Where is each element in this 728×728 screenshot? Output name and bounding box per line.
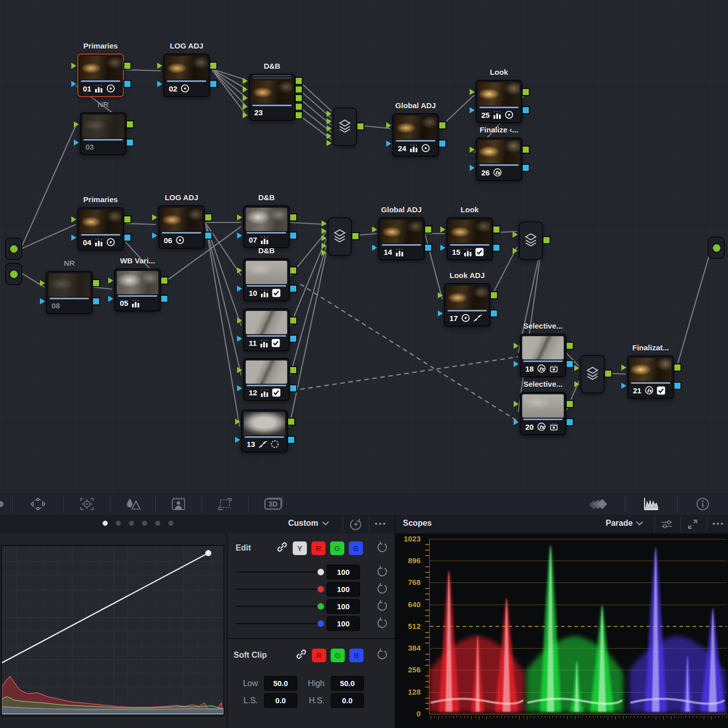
source-node-1[interactable]	[5, 238, 22, 260]
layer-mixer-node[interactable]	[333, 108, 357, 146]
curve-mode-dropdown[interactable]: Custom	[288, 519, 330, 528]
node-graph-canvas[interactable]: Primaries01LOG ADJ02NR03D&B23Global ADJ2…	[0, 0, 728, 493]
slider-knob[interactable]	[317, 586, 324, 593]
slider-reset-button[interactable]	[376, 617, 388, 631]
node-26[interactable]: 26fx	[476, 138, 522, 181]
slider-value-g[interactable]: 100	[327, 599, 360, 614]
node-thumbnail	[381, 220, 422, 243]
channel-r-button[interactable]: R	[311, 541, 326, 555]
slider-reset-button[interactable]	[376, 565, 388, 579]
slider-value-r[interactable]: 100	[327, 582, 360, 597]
channel-y-button[interactable]: Y	[293, 541, 307, 555]
layer-mixer-node[interactable]	[519, 221, 543, 260]
rgb-input-port	[71, 216, 76, 222]
edit-reset-button[interactable]	[376, 541, 388, 555]
node-06[interactable]: 06	[158, 205, 205, 249]
page-dot-2[interactable]	[116, 521, 121, 526]
node-21[interactable]: 21fx	[627, 355, 674, 399]
node-13[interactable]: 13	[241, 410, 288, 452]
slider-g[interactable]	[236, 603, 320, 610]
tracker-icon[interactable]	[64, 495, 110, 513]
scope-expand-button[interactable]	[687, 518, 699, 530]
3d-icon[interactable]: 3D	[249, 495, 297, 513]
keyframes-icon[interactable]	[572, 495, 625, 513]
node-10[interactable]: 10	[243, 258, 290, 301]
node-25[interactable]: 25	[476, 80, 522, 123]
slider-reset-button[interactable]	[376, 600, 388, 614]
slider-knob[interactable]	[317, 569, 324, 575]
node-14[interactable]: 14	[378, 217, 425, 260]
node-18[interactable]: 18fx	[520, 334, 566, 377]
node-02[interactable]: 02	[163, 54, 210, 97]
page-dot-4[interactable]	[142, 521, 147, 526]
node-17[interactable]: 17	[444, 283, 490, 327]
channel-g-button[interactable]: G	[330, 541, 344, 555]
slider-y[interactable]	[236, 569, 320, 575]
layer-mixer-node[interactable]	[580, 355, 605, 393]
slider-value-b[interactable]: 100	[327, 616, 360, 631]
scope-settings-button[interactable]	[660, 518, 673, 530]
node-number: 15	[452, 248, 461, 256]
layer-mixer-node[interactable]	[328, 217, 352, 256]
section-divider	[228, 638, 394, 639]
node-05[interactable]: 05	[114, 268, 161, 311]
softclip-g-button[interactable]: G	[331, 649, 345, 662]
page-dot-1[interactable]	[103, 521, 108, 526]
node-number: 01	[83, 84, 92, 93]
magic-mask-icon[interactable]	[156, 495, 201, 513]
node-04[interactable]: 04	[77, 207, 124, 251]
node-01[interactable]: 01	[77, 54, 124, 97]
scopes-icon[interactable]	[625, 495, 677, 513]
scope-type-dropdown[interactable]: Parade	[606, 519, 644, 528]
field-value-hs[interactable]: 0.0	[331, 693, 364, 708]
page-dot-6[interactable]	[168, 521, 173, 526]
softclip-b-button[interactable]: B	[349, 649, 363, 662]
node-15[interactable]: 15	[446, 217, 493, 260]
softclip-r-button[interactable]: R	[312, 649, 326, 662]
rgb-output-port	[522, 88, 530, 96]
check-icon	[657, 386, 665, 395]
parade-scope[interactable]: 10238967686405123842561280	[395, 534, 728, 728]
rgb-output-port	[126, 120, 134, 128]
node-number: 26	[481, 168, 490, 177]
page-dots[interactable]	[103, 521, 173, 526]
page-dot-5[interactable]	[155, 521, 160, 526]
node-24[interactable]: 24	[392, 113, 439, 157]
field-value-high[interactable]: 50.0	[331, 676, 364, 691]
curve-endpoint-handle[interactable]	[205, 550, 211, 556]
channel-b-button[interactable]: B	[349, 541, 363, 555]
slider-r[interactable]	[236, 586, 320, 593]
field-value-low[interactable]: 50.0	[264, 676, 297, 691]
reset-curves-button[interactable]	[349, 518, 362, 531]
slider-b[interactable]	[236, 620, 320, 627]
scope-type-label: Parade	[606, 519, 632, 528]
source-node-2[interactable]	[5, 263, 22, 285]
node-23[interactable]: 23	[249, 74, 295, 121]
window-icon[interactable]	[13, 495, 63, 513]
node-title: Look	[461, 205, 479, 214]
node-03[interactable]: 03	[80, 112, 126, 155]
link-icon[interactable]	[276, 541, 288, 555]
curves-options-menu[interactable]	[375, 523, 385, 525]
node-08[interactable]: 08	[46, 271, 93, 314]
sink-node[interactable]	[708, 237, 725, 259]
slider-knob[interactable]	[317, 620, 324, 627]
slider-reset-button[interactable]	[376, 582, 388, 597]
slider-value-y[interactable]: 100	[327, 565, 360, 579]
sizing-icon[interactable]	[202, 495, 248, 513]
node-number: 05	[120, 299, 128, 307]
field-value-ls[interactable]: 0.0	[264, 693, 297, 708]
blur-icon[interactable]	[111, 495, 155, 513]
scope-options-menu[interactable]	[713, 523, 723, 525]
page-dot-3[interactable]	[129, 521, 134, 526]
curve-plot[interactable]	[1, 545, 224, 716]
softclip-reset-button[interactable]	[376, 648, 388, 662]
slider-knob[interactable]	[317, 603, 324, 610]
link-icon[interactable]	[295, 648, 307, 662]
node-20[interactable]: 20fx	[520, 392, 566, 435]
node-12[interactable]: 12	[243, 358, 290, 401]
clipped-icon[interactable]	[0, 495, 12, 513]
node-07[interactable]: 07	[243, 205, 290, 248]
node-11[interactable]: 11	[243, 308, 290, 351]
info-icon[interactable]	[677, 495, 728, 513]
